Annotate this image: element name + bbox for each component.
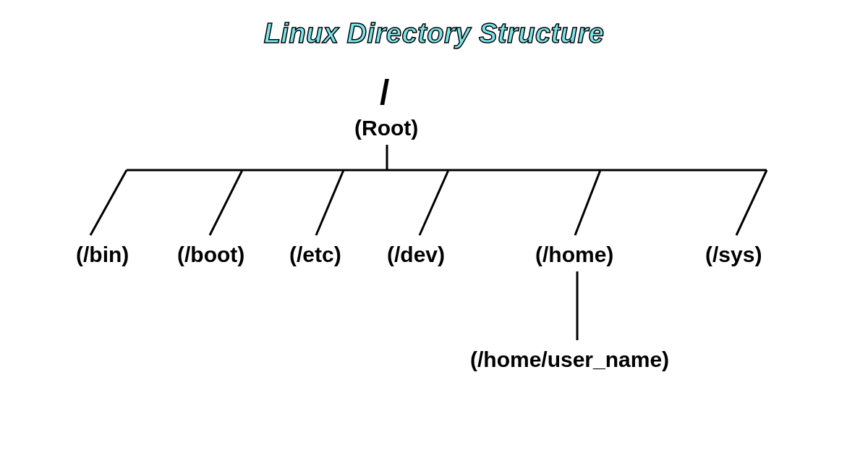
- node-dev: (/dev): [387, 242, 445, 267]
- tree-connectors: [0, 0, 868, 456]
- diagram-title: Linux Directory Structure: [264, 18, 605, 49]
- svg-line-4: [316, 170, 344, 235]
- node-etc: (/etc): [289, 242, 341, 267]
- node-boot: (/boot): [177, 242, 244, 267]
- node-bin: (/bin): [76, 242, 129, 267]
- svg-line-2: [90, 170, 127, 235]
- node-username: (/home/user_name): [470, 347, 669, 372]
- svg-line-7: [736, 170, 767, 235]
- svg-line-6: [575, 170, 600, 235]
- node-sys: (/sys): [705, 242, 762, 267]
- svg-line-3: [210, 170, 242, 235]
- root-symbol: /: [380, 72, 389, 112]
- svg-line-5: [420, 170, 448, 235]
- node-home: (/home): [535, 242, 613, 267]
- root-label: (Root): [354, 116, 418, 140]
